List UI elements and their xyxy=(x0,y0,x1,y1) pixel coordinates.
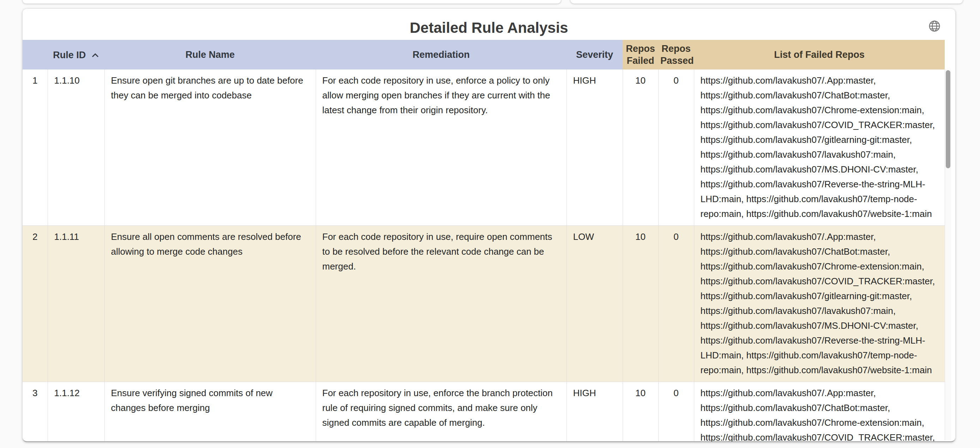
col-header-remediation[interactable]: Remediation xyxy=(316,40,566,70)
cell-repos-passed: 0 xyxy=(658,226,694,382)
cell-severity: HIGH xyxy=(566,70,623,226)
cell-repos-failed: 10 xyxy=(623,70,658,226)
cell-repos-failed: 10 xyxy=(623,382,658,442)
cell-rule-id: 1.1.10 xyxy=(48,70,104,226)
rule-table: Rule ID Rule Name Remediation Severity R… xyxy=(22,40,945,441)
rule-table-wrapper: Rule ID Rule Name Remediation Severity R… xyxy=(22,40,945,441)
vertical-scrollbar[interactable] xyxy=(945,70,951,440)
col-header-rule-id-label: Rule ID xyxy=(53,50,86,60)
cell-remediation: For each repository in use, enforce the … xyxy=(316,382,566,442)
table-row: 3 1.1.12 Ensure verifying signed commits… xyxy=(22,382,945,442)
scrollbar-thumb[interactable] xyxy=(946,70,950,168)
cell-rule-id: 1.1.12 xyxy=(48,382,104,442)
col-header-failed-repos-list[interactable]: List of Failed Repos xyxy=(694,40,945,70)
cell-remediation: For each code repository in use, require… xyxy=(316,226,566,382)
cell-repos-passed: 0 xyxy=(658,382,694,442)
globe-icon[interactable] xyxy=(928,19,941,33)
col-header-severity[interactable]: Severity xyxy=(566,40,623,70)
col-header-rule-id[interactable]: Rule ID xyxy=(48,40,104,70)
cell-index: 2 xyxy=(22,226,48,382)
cell-failed-repos-list: https://github.com/lavakush07/.App:maste… xyxy=(694,226,945,382)
cell-rule-id: 1.1.11 xyxy=(48,226,104,382)
cell-index: 1 xyxy=(22,70,48,226)
sort-ascending-icon xyxy=(91,49,99,61)
cell-rule-name: Ensure open git branches are up to date … xyxy=(104,70,316,226)
cell-repos-passed: 0 xyxy=(658,70,694,226)
top-card-left xyxy=(22,0,561,3)
cell-rule-name: Ensure verifying signed commits of new c… xyxy=(104,382,316,442)
top-card-right xyxy=(570,0,963,3)
table-row: 2 1.1.11 Ensure all open comments are re… xyxy=(22,226,945,382)
cell-index: 3 xyxy=(22,382,48,442)
col-header-rule-name[interactable]: Rule Name xyxy=(104,40,316,70)
cell-failed-repos-list: https://github.com/lavakush07/.App:maste… xyxy=(694,382,945,442)
cell-severity: LOW xyxy=(566,226,623,382)
col-header-repos-passed[interactable]: Repos Passed xyxy=(658,40,694,70)
col-header-repos-failed[interactable]: Repos Failed xyxy=(623,40,658,70)
cell-failed-repos-list: https://github.com/lavakush07/.App:maste… xyxy=(694,70,945,226)
col-header-index xyxy=(22,40,48,70)
header-row: Rule ID Rule Name Remediation Severity R… xyxy=(22,40,945,70)
cell-rule-name: Ensure all open comments are resolved be… xyxy=(104,226,316,382)
cell-severity: HIGH xyxy=(566,382,623,442)
page-title: Detailed Rule Analysis xyxy=(22,19,955,37)
cell-remediation: For each code repository in use, enforce… xyxy=(316,70,566,226)
cell-repos-failed: 10 xyxy=(623,226,658,382)
detailed-rule-analysis-card: Detailed Rule Analysis Rule ID xyxy=(22,9,955,442)
table-row: 1 1.1.10 Ensure open git branches are up… xyxy=(22,70,945,226)
